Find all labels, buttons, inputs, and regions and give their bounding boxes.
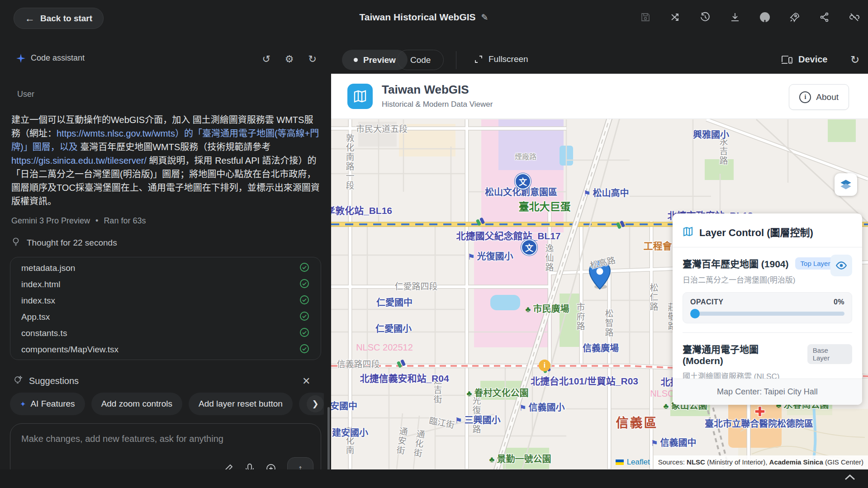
close-suggestions-icon[interactable]: ✕ <box>302 375 310 387</box>
chat-history-icon[interactable]: ↺ <box>262 53 270 65</box>
link-off-icon[interactable] <box>848 11 861 24</box>
map-label: ⚑信義國小 <box>519 400 564 413</box>
reload-preview-icon[interactable]: ↻ <box>850 53 859 66</box>
sources-attribution: Sources: NLSC (Ministry of Interior), Ac… <box>654 455 868 469</box>
file-name: metadata.json <box>21 263 75 273</box>
download-icon[interactable] <box>729 11 741 24</box>
run-duration: Ran for 63s <box>104 216 146 226</box>
app-preview: Taiwan WebGIS Historical & Modern Data V… <box>331 74 868 469</box>
attribution-source: NLSC <box>687 458 705 466</box>
map-label: 北捷信義安和站_R04 <box>360 371 449 384</box>
settings-gear-icon[interactable]: ⚙ <box>285 53 294 65</box>
tab-preview-label: Preview <box>363 55 396 65</box>
map-label: 敦化南路一段 <box>343 133 356 190</box>
about-button[interactable]: i About <box>789 84 849 110</box>
file-row[interactable]: index.tsx <box>10 293 321 309</box>
chips-scroll-right-button[interactable]: ❯ <box>307 395 324 412</box>
fullscreen-button[interactable]: Fullscreen <box>474 54 528 64</box>
deploy-rocket-icon[interactable] <box>788 11 801 24</box>
opacity-control: OPACITY 0% <box>683 292 852 323</box>
chip-ai-features[interactable]: ✦ AI Features <box>10 393 85 415</box>
file-row[interactable]: metadata.json <box>10 260 321 276</box>
webgis-logo <box>347 84 373 109</box>
edit-title-icon[interactable]: ✎ <box>481 12 489 23</box>
map-label: 煙廠路 <box>515 151 536 161</box>
map-label: ⚑三興國小 <box>455 413 500 426</box>
map-label: ♣市民廣場 <box>526 302 569 315</box>
back-button-label: Back to start <box>40 14 92 24</box>
lightbulb-icon <box>11 237 20 248</box>
refresh-icon[interactable]: ↻ <box>308 53 317 65</box>
file-row[interactable]: App.tsx <box>10 309 321 325</box>
check-circle-icon <box>299 262 310 275</box>
map-label: ✚ <box>754 404 765 419</box>
map-label: ⚑松山高中 <box>583 186 629 199</box>
save-icon[interactable] <box>639 11 652 24</box>
preview-toolbar: Preview Code Fullscreen Device ↻ <box>331 35 868 74</box>
chat-input[interactable] <box>10 424 321 455</box>
file-name: constants.ts <box>21 328 67 338</box>
leaflet-map[interactable]: 市民大道五段煙廠路敦化南路一段延吉街光復南路逸仙路市府路松智路松仁路松德路莊敬路… <box>331 119 868 469</box>
file-row[interactable]: index.html <box>10 276 321 293</box>
top-bar: ← Back to start Taiwan Historical WebGIS… <box>0 0 868 36</box>
spark-icon: ✦ <box>20 400 26 408</box>
fork-icon[interactable] <box>669 11 682 24</box>
map-label: 松仁路 <box>647 284 659 312</box>
map-label: 逸仙路 <box>543 244 555 273</box>
file-row[interactable]: constants.ts <box>10 325 321 341</box>
opacity-slider[interactable] <box>690 312 844 316</box>
map-icon <box>353 89 367 104</box>
map-label: 臨江街 <box>428 413 455 430</box>
leaflet-credit[interactable]: Leaflet <box>616 458 650 467</box>
tree-icon: ♣ <box>664 402 669 411</box>
map-label: 通化街 <box>410 429 427 459</box>
attribution-text: (GIS Center) <box>823 458 863 466</box>
file-row[interactable]: components/MapView.tsx <box>10 341 321 358</box>
code-assistant-header: Code assistant <box>16 53 85 63</box>
code-assistant-label: Code assistant <box>31 53 85 63</box>
layers-icon <box>840 178 852 191</box>
tab-code[interactable]: Code <box>397 50 444 70</box>
layers-control-button[interactable] <box>835 173 857 196</box>
suggestions-title: Suggestions <box>29 376 79 386</box>
assistant-panel: Code assistant ↺ ⚙ ↻ User 建立一個可以互動操作的Web… <box>0 35 331 488</box>
attribution-text: Sources: <box>658 458 687 466</box>
toggle-visibility-button[interactable] <box>830 255 852 276</box>
layer-control-title: Layer Control (圖層控制) <box>699 224 813 239</box>
map-label: ⚑信義國中 <box>650 436 696 449</box>
about-label: About <box>816 92 839 102</box>
ukraine-flag-icon <box>616 460 624 465</box>
opacity-label: OPACITY <box>690 298 723 306</box>
chip-label: Add zoom controls <box>101 399 172 409</box>
chip-add-zoom-controls[interactable]: Add zoom controls <box>91 393 182 415</box>
gemini-spark-icon <box>16 54 25 63</box>
assistant-panel-actions: ↺ ⚙ ↻ <box>262 53 317 65</box>
layer-item-historical: 臺灣百年歷史地圖 (1904) Top Layer 日治二萬分之一台灣堡圖(明治… <box>673 247 862 323</box>
model-name: Gemini 3 Pro Preview <box>11 216 90 226</box>
back-to-start-button[interactable]: ← Back to start <box>14 8 104 29</box>
github-icon[interactable] <box>759 11 771 24</box>
map-label: 松高路 <box>588 253 617 270</box>
map-label: 文 <box>515 173 531 190</box>
share-icon[interactable] <box>818 11 831 24</box>
file-name: components/MapView.tsx <box>21 345 119 355</box>
thought-summary-row[interactable]: Thought for 22 seconds <box>11 237 117 248</box>
topbar-actions <box>639 11 861 24</box>
collapse-chevron-icon[interactable] <box>844 474 856 483</box>
message-link[interactable]: https://gis.sinica.edu.tw/tileserver/ <box>11 156 147 166</box>
map-center-footer: Map Center: Taipei City Hall <box>673 379 862 405</box>
device-button[interactable]: Device <box>781 54 828 65</box>
history-icon[interactable] <box>699 11 711 24</box>
file-name: index.tsx <box>21 296 55 306</box>
map-label: 北捷台北101/世貿站_R03 <box>531 374 638 387</box>
layer-name: 臺灣通用電子地圖 (Modern) <box>683 342 801 366</box>
opacity-slider-thumb[interactable] <box>690 309 700 318</box>
map-label: 市府路 <box>574 303 586 332</box>
tree-icon: ♣ <box>526 305 531 314</box>
chip-add-layer-reset[interactable]: Add layer reset button <box>189 393 293 415</box>
layer-item-modern: 臺灣通用電子地圖 (Modern) Base Layer 國土測繪圖資服務雲 (… <box>673 333 862 381</box>
map-attribution: Leaflet Sources: NLSC (Ministry of Inter… <box>616 455 868 469</box>
model-run-info: Gemini 3 Pro Preview • Ran for 63s <box>11 216 146 226</box>
webgis-title: Taiwan WebGIS <box>382 83 469 97</box>
map-label: 通安街 <box>393 426 409 456</box>
